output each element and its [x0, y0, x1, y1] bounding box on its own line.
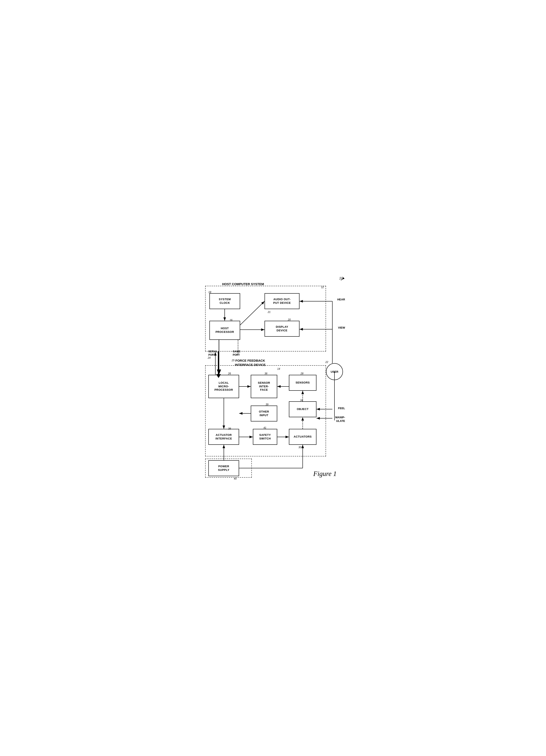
power-supply-box: POWERSUPPLY [208, 460, 239, 476]
manipulate-label: MANIP-ULATE [335, 416, 345, 423]
ref-16: 16 [230, 319, 232, 322]
local-microprocessor-box: LOCALMICRO-PROCESSOR [208, 375, 239, 398]
ref-14: 14 [277, 367, 280, 370]
ref-34: 34 [300, 399, 303, 402]
ref-40: 40 [234, 477, 237, 480]
ref-24: 24 [208, 356, 210, 359]
serial-port-label: SERIALPORT [208, 350, 218, 357]
actuators-box: ACTUATORS [289, 429, 316, 445]
user-circle: USER [326, 363, 343, 380]
ref-39: 39 [266, 403, 268, 406]
ref-10: 10 [339, 276, 343, 281]
host-processor-box: HOSTPROCESSOR [209, 321, 240, 340]
safety-switch-box: SAFETYSWITCH [253, 429, 277, 445]
audio-output-box: AUDIO OUT-PUT DEVICE [265, 293, 299, 309]
sensors-box: SENSORS [289, 375, 316, 391]
game-port-label: GAMEPORT [233, 350, 240, 357]
ref-21: 21 [268, 311, 270, 314]
ref-41: 41 [263, 426, 266, 429]
view-label: VIEW [338, 326, 345, 329]
ref-26: 26 [228, 372, 231, 375]
force-feedback-label: FORCE FEEDBACKINTERFACE DEVICE [235, 358, 266, 367]
host-computer-label: HOST COMPUTER SYSTEM [222, 282, 264, 286]
hear-label: HEAR [337, 298, 345, 301]
ref-30: 30 [298, 446, 301, 449]
actuator-interface-box: ACTUATORINTERFACE [208, 429, 239, 445]
ref-36: 36 [265, 372, 267, 375]
display-device-box: DISPLAYDEVICE [265, 321, 299, 337]
diagram-container: 10 HOST COMPUTER SYSTEM 12 FORCE FEEDBAC… [197, 274, 349, 482]
ref-20: 20 [288, 318, 291, 321]
figure-label: Figure 1 [313, 470, 337, 478]
ref-18: 18 [208, 291, 211, 294]
object-box: OBJECT [289, 401, 316, 417]
system-clock-box: SYSTEMCLOCK [209, 293, 240, 309]
ref-25: 25 [232, 359, 234, 362]
feel-label: FEEL [338, 407, 345, 410]
ref-28: 28 [301, 372, 303, 375]
ref-38: 38 [228, 427, 231, 430]
ref-22: 22 [325, 361, 328, 364]
ref-12: 12 [321, 286, 324, 289]
other-input-box: OTHERINPUT [251, 406, 277, 421]
sensor-interface-box: SENSORINTER-FACE [251, 375, 277, 398]
